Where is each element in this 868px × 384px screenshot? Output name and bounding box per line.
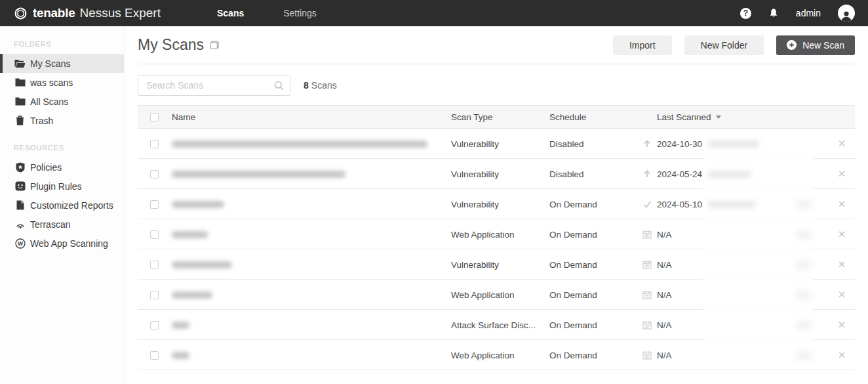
redacted-action-icon (795, 351, 811, 360)
scan-name-redacted[interactable] (172, 280, 451, 310)
section-title: RESOURCES (0, 144, 124, 158)
schedule: Disabled (549, 169, 637, 179)
sidebar-item-policies[interactable]: Policies (0, 158, 124, 177)
new-scan-button[interactable]: New Scan (776, 35, 855, 55)
column-header-scan-type[interactable]: Scan Type (451, 112, 549, 122)
upload-icon (637, 139, 657, 148)
calendar-icon (637, 290, 657, 299)
row-checkbox[interactable] (150, 321, 159, 330)
select-all-checkbox[interactable] (150, 113, 159, 121)
sidebar-section-resources: RESOURCES Policies (0, 130, 124, 253)
user-menu[interactable]: admin (796, 8, 821, 18)
sidebar-section-folders: FOLDERS My Scans was scans (0, 26, 124, 130)
header-actions: Import New Folder New Scan (613, 35, 855, 55)
last-scanned: 2024-05-10 (657, 200, 702, 209)
topbar: tenable Nessus Expert Scans Settings adm… (0, 0, 868, 26)
tenable-logo-icon (13, 6, 28, 21)
scan-count: 8Scans (304, 80, 337, 91)
row-checkbox[interactable] (150, 230, 159, 239)
delete-scan-button[interactable]: ✕ (829, 280, 855, 310)
avatar[interactable] (838, 5, 855, 22)
delete-scan-button[interactable]: ✕ (829, 219, 855, 249)
column-header-name[interactable]: Name (172, 112, 451, 122)
delete-scan-button[interactable]: ✕ (829, 249, 855, 280)
sidebar-item-my-scans[interactable]: My Scans (0, 54, 124, 73)
calendar-icon (637, 320, 657, 330)
row-checkbox[interactable] (150, 351, 159, 360)
upload-icon (637, 169, 657, 179)
sidebar-item-terrascan[interactable]: Terrascan (0, 215, 124, 234)
last-scanned: N/A (657, 260, 672, 270)
scan-type: Vulnerability (451, 200, 549, 209)
schedule: On Demand (549, 200, 637, 209)
scan-name-redacted[interactable] (172, 249, 451, 280)
delete-scan-button[interactable]: ✕ (829, 129, 855, 159)
table-row: Vulnerability On Demand N/A ✕ (138, 249, 855, 280)
scan-name-redacted[interactable] (172, 310, 451, 340)
calendar-icon (637, 230, 657, 239)
new-scan-label: New Scan (802, 40, 844, 51)
section-title: FOLDERS (0, 40, 124, 54)
search-box (138, 75, 290, 96)
sidebar-item-label: Terrascan (30, 219, 70, 230)
column-header-schedule[interactable]: Schedule (549, 112, 637, 122)
scan-type: Web Application (451, 290, 549, 300)
delete-scan-button[interactable]: ✕ (829, 310, 855, 340)
sidebar-item-label: Trash (30, 116, 53, 126)
row-checkbox[interactable] (150, 140, 159, 148)
row-checkbox[interactable] (150, 170, 159, 179)
sidebar-item-was-scans[interactable]: was scans (0, 73, 124, 92)
sidebar-item-plugin-rules[interactable]: Plugin Rules (0, 177, 124, 196)
delete-scan-button[interactable]: ✕ (829, 189, 855, 219)
top-nav: Scans Settings (197, 0, 336, 26)
search-input[interactable] (138, 75, 290, 95)
table-row: Web Application On Demand N/A ✕ (138, 219, 855, 249)
row-checkbox[interactable] (150, 261, 159, 269)
table-row: Web Application On Demand N/A ✕ (138, 280, 855, 310)
scan-type: Attack Surface Disc... (451, 320, 549, 330)
nav-settings[interactable]: Settings (264, 0, 336, 26)
column-header-last-scanned[interactable]: Last Scanned (657, 112, 829, 122)
import-button[interactable]: Import (613, 35, 672, 55)
help-icon[interactable] (740, 8, 751, 19)
scan-name-redacted[interactable] (172, 129, 451, 159)
plugin-rules-icon (14, 181, 26, 191)
sidebar-item-web-app-scanning[interactable]: W Web App Scanning (0, 234, 124, 253)
plus-circle-icon (787, 40, 797, 50)
sidebar-item-trash[interactable]: Trash (0, 111, 124, 130)
sidebar-item-all-scans[interactable]: All Scans (0, 92, 124, 111)
toolbar: 8Scans (138, 75, 855, 96)
row-checkbox[interactable] (150, 200, 159, 209)
delete-scan-button[interactable]: ✕ (829, 159, 855, 189)
scans-table: Name Scan Type Schedule Last Scanned Vul… (138, 105, 855, 370)
redacted-action-icon (795, 321, 811, 330)
scan-count-value: 8 (304, 80, 309, 91)
last-scanned: 2024-10-30 (657, 139, 702, 149)
sort-desc-icon (716, 116, 721, 119)
check-icon (637, 200, 657, 209)
scan-type: Vulnerability (451, 169, 549, 179)
last-scanned: 2024-05-24 (657, 169, 702, 179)
time-redacted (708, 171, 751, 178)
shield-star-icon (14, 162, 26, 173)
nav-scans[interactable]: Scans (197, 0, 264, 26)
scan-name-redacted[interactable] (172, 340, 451, 370)
brand-name: tenable (33, 6, 75, 20)
new-folder-button[interactable]: New Folder (684, 35, 764, 55)
row-checkbox[interactable] (150, 291, 159, 299)
calendar-icon (637, 351, 657, 360)
delete-scan-button[interactable]: ✕ (829, 340, 855, 370)
time-redacted (708, 140, 759, 148)
time-redacted (708, 201, 756, 208)
main-content: My Scans Import New Folder (125, 26, 868, 384)
scan-name-redacted[interactable] (172, 219, 451, 249)
scan-name-redacted[interactable] (172, 159, 451, 189)
scan-name-redacted[interactable] (172, 189, 451, 219)
folder-icon (14, 78, 26, 87)
scan-type: Web Application (451, 351, 549, 360)
brand: tenable Nessus Expert (13, 6, 161, 21)
sidebar-item-customized-reports[interactable]: Customized Reports (0, 196, 124, 215)
notifications-bell-icon[interactable] (768, 8, 779, 19)
last-scanned: N/A (657, 230, 672, 240)
sidebar-item-label: My Scans (30, 58, 70, 69)
